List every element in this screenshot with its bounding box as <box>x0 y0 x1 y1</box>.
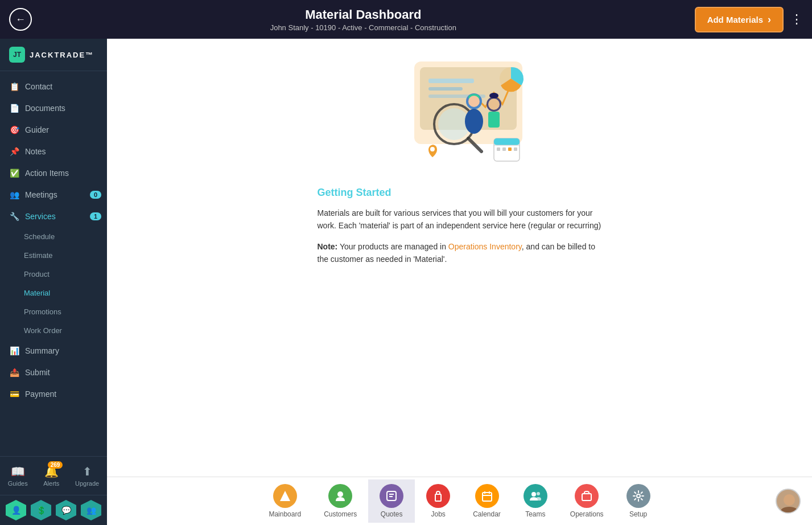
customers-icon <box>328 484 352 508</box>
add-materials-button[interactable]: Add Materials › <box>695 7 784 32</box>
svg-point-38 <box>637 494 640 498</box>
payment-icon: 💳 <box>9 389 19 399</box>
svg-marker-25 <box>280 491 290 501</box>
svg-point-26 <box>337 491 343 497</box>
sidebar-item-action-items[interactable]: ✅ Action Items <box>0 162 107 184</box>
action-items-icon: ✅ <box>9 169 19 178</box>
svg-point-35 <box>531 492 536 497</box>
svg-rect-18 <box>494 138 520 145</box>
svg-point-14 <box>488 99 500 110</box>
sidebar-bottom-upgrade[interactable]: ⬆ Upgrade <box>71 462 104 489</box>
svg-point-24 <box>430 147 435 151</box>
svg-rect-20 <box>497 147 500 151</box>
bottom-nav-wrapper: Mainboard Customers Quotes <box>107 477 812 525</box>
hex-people-icon[interactable]: 👥 <box>81 500 101 520</box>
mainboard-icon <box>273 484 297 508</box>
sidebar-sub-estimate[interactable]: Estimate <box>0 246 107 265</box>
svg-rect-23 <box>514 147 517 151</box>
sidebar-item-contact[interactable]: 📋 Contact <box>0 76 107 97</box>
sidebar-bottom-guides[interactable]: 📖 Guides <box>3 462 32 489</box>
main-layout: JT JACKTRADE™ 📋 Contact 📄 Documents 🎯 Gu… <box>0 39 812 525</box>
svg-point-12 <box>468 96 480 107</box>
quotes-icon <box>380 484 403 508</box>
sidebar-item-documents[interactable]: 📄 Documents <box>0 97 107 119</box>
nav-quotes[interactable]: Quotes <box>368 479 415 523</box>
svg-rect-22 <box>508 147 512 151</box>
logo-icon: JT <box>9 47 25 63</box>
svg-rect-31 <box>483 493 492 501</box>
sidebar-item-guider[interactable]: 🎯 Guider <box>0 119 107 141</box>
intro-paragraph: Materials are built for various services… <box>318 207 602 232</box>
summary-icon: 📊 <box>9 346 19 355</box>
nav-customers[interactable]: Customers <box>312 479 368 523</box>
sidebar-sub-work-order[interactable]: Work Order <box>0 321 107 340</box>
hex-person-icon[interactable]: 👤 <box>6 500 26 520</box>
content-area: Getting Started Materials are built for … <box>107 39 812 525</box>
documents-icon: 📄 <box>9 104 19 113</box>
getting-started-title: Getting Started <box>318 187 602 199</box>
back-button[interactable]: ← <box>9 8 32 31</box>
contact-icon: 📋 <box>9 82 19 91</box>
arrow-icon: › <box>768 14 771 26</box>
svg-point-15 <box>489 93 498 99</box>
nav-jobs[interactable]: Jobs <box>415 479 461 523</box>
meetings-icon: 👥 <box>9 190 19 199</box>
svg-rect-21 <box>502 147 506 151</box>
operations-icon <box>575 484 599 508</box>
content-main: Getting Started Materials are built for … <box>107 39 812 477</box>
calendar-icon <box>475 484 499 508</box>
header-right: Add Materials › ⋮ <box>695 7 803 32</box>
nav-mainboard[interactable]: Mainboard <box>257 479 312 523</box>
sidebar-sub-product[interactable]: Product <box>0 265 107 284</box>
top-header: ← Material Dashboard John Stanly - 10190… <box>0 0 812 39</box>
nav-calendar[interactable]: Calendar <box>461 479 512 523</box>
sidebar-item-submit[interactable]: 📤 Submit <box>0 362 107 383</box>
teams-icon <box>524 484 547 508</box>
page-title: Material Dashboard <box>270 7 456 22</box>
hex-chat-icon[interactable]: 💬 <box>56 500 76 520</box>
nav-teams[interactable]: Teams <box>512 479 559 523</box>
svg-point-36 <box>537 492 540 495</box>
services-icon: 🔧 <box>9 212 19 221</box>
sidebar: JT JACKTRADE™ 📋 Contact 📄 Documents 🎯 Gu… <box>0 39 107 525</box>
sidebar-hex-icons: 👤 💲 💬 👥 <box>0 495 107 525</box>
sidebar-sub-schedule[interactable]: Schedule <box>0 227 107 246</box>
header-center: Material Dashboard John Stanly - 10190 -… <box>270 7 456 32</box>
nav-setup[interactable]: Setup <box>615 479 662 523</box>
sidebar-bottom-alerts[interactable]: 269 🔔 Alerts <box>39 462 64 489</box>
guides-icon: 📖 <box>11 465 25 478</box>
bottom-nav: Mainboard Customers Quotes <box>107 477 812 525</box>
sidebar-sub-promotions[interactable]: Promotions <box>0 302 107 321</box>
submit-icon: 📤 <box>9 368 19 377</box>
svg-point-39 <box>784 494 795 506</box>
note-bold: Note: <box>318 242 338 251</box>
sidebar-sub-material[interactable]: Material <box>0 284 107 302</box>
sidebar-item-services[interactable]: 🔧 Services 1 <box>0 206 107 227</box>
hex-dollar-icon[interactable]: 💲 <box>31 500 51 520</box>
dashboard-illustration <box>380 50 539 170</box>
sidebar-item-summary[interactable]: 📊 Summary <box>0 340 107 362</box>
sidebar-item-payment[interactable]: 💳 Payment <box>0 383 107 405</box>
page-subtitle: John Stanly - 10190 - Active - Commercia… <box>270 23 456 32</box>
operations-inventory-link[interactable]: Operations Inventory <box>448 242 522 251</box>
sidebar-item-meetings[interactable]: 👥 Meetings 0 <box>0 184 107 206</box>
sidebar-logo: JT JACKTRADE™ <box>0 39 107 71</box>
svg-rect-16 <box>488 112 500 128</box>
getting-started-section: Getting Started Materials are built for … <box>318 187 602 266</box>
sidebar-bottom-bar: 📖 Guides 269 🔔 Alerts ⬆ Upgrade <box>0 456 107 495</box>
sidebar-item-notes[interactable]: 📌 Notes <box>0 141 107 162</box>
sidebar-nav: 📋 Contact 📄 Documents 🎯 Guider 📌 Notes ✅… <box>0 71 107 456</box>
more-options-icon[interactable]: ⋮ <box>790 12 803 27</box>
svg-rect-37 <box>582 494 591 501</box>
upgrade-icon: ⬆ <box>83 465 92 478</box>
svg-rect-3 <box>428 87 463 91</box>
guider-icon: 🎯 <box>9 125 19 134</box>
svg-point-10 <box>465 109 483 134</box>
svg-rect-30 <box>435 494 441 501</box>
note-paragraph: Note: Your products are managed in Opera… <box>318 240 602 266</box>
user-avatar[interactable] <box>776 489 801 514</box>
jobs-icon <box>426 484 450 508</box>
nav-operations[interactable]: Operations <box>559 479 615 523</box>
notes-icon: 📌 <box>9 147 19 156</box>
logo-text: JACKTRADE™ <box>30 51 94 59</box>
